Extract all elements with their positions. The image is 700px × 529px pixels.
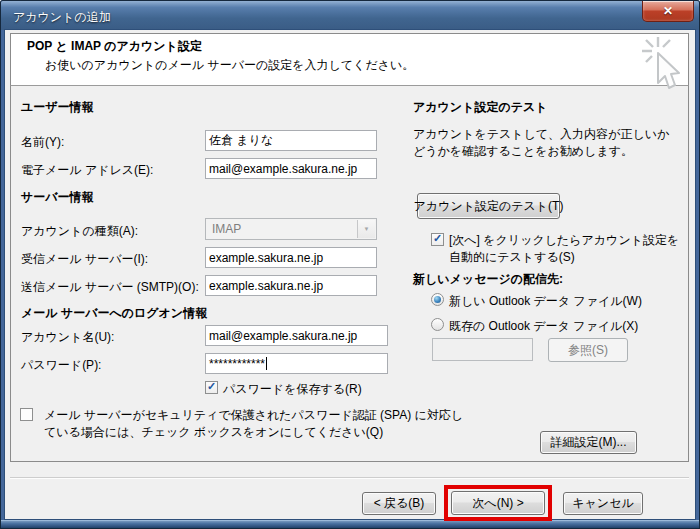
- incoming-server-value: example.sakura.ne.jp: [209, 251, 323, 265]
- add-account-dialog: アカウントの追加 ✕ POP と IMAP のアカウント設定 お使いのアカウント…: [0, 0, 700, 529]
- footer-separator: [10, 477, 689, 479]
- section-user-info: ユーザー情報: [21, 99, 94, 116]
- spa-label-line2: ている場合には、チェック ボックスをオンにしてください(Q): [44, 424, 383, 441]
- account-test-button[interactable]: アカウント設定のテスト(T): [417, 193, 560, 219]
- outgoing-server-value: example.sakura.ne.jp: [209, 279, 323, 293]
- account-name-value: mail@example.sakura.ne.jp: [209, 329, 357, 343]
- email-label: 電子メール アドレス(E):: [21, 162, 153, 179]
- password-input[interactable]: ************: [205, 353, 388, 374]
- advanced-settings-button-label: 詳細設定(M)...: [551, 434, 627, 451]
- section-delivery: 新しいメッセージの配信先:: [413, 271, 563, 288]
- browse-button: 参照(S): [548, 338, 628, 362]
- password-value: ************: [209, 357, 265, 371]
- new-data-file-label: 新しい Outlook データ ファイル(W): [449, 293, 642, 310]
- email-value: mail@example.sakura.ne.jp: [209, 162, 357, 176]
- existing-data-file-label: 既存の Outlook データ ファイル(X): [449, 318, 638, 335]
- auto-test-label-line2: 自動的にテストする(S): [449, 249, 575, 266]
- account-test-desc-line2: どうかを確認することをお勧めします。: [413, 143, 633, 160]
- auto-test-checkbox[interactable]: ✓: [431, 233, 444, 246]
- spa-label-line1: メール サーバーがセキュリティで保護されたパスワード認証 (SPA) に対応し: [44, 407, 463, 424]
- email-input[interactable]: mail@example.sakura.ne.jp: [205, 158, 377, 179]
- save-password-checkbox[interactable]: ✓: [205, 381, 218, 394]
- checkmark-icon: ✓: [207, 381, 216, 392]
- new-data-file-radio[interactable]: [431, 293, 444, 306]
- chevron-down-icon: ▼: [357, 220, 375, 238]
- spa-checkbox[interactable]: [20, 408, 33, 421]
- account-name-label: アカウント名(U):: [21, 329, 114, 346]
- incoming-server-input[interactable]: example.sakura.ne.jp: [205, 247, 377, 268]
- close-icon: ✕: [663, 5, 673, 17]
- account-type-value: IMAP: [212, 222, 241, 236]
- checkmark-icon: ✓: [433, 233, 442, 244]
- data-file-path-input: [432, 338, 533, 361]
- window-frame-bottom: [1, 520, 699, 528]
- incoming-server-label: 受信メール サーバー(I):: [21, 251, 148, 268]
- back-button-label: < 戻る(B): [374, 495, 425, 512]
- browse-button-label: 参照(S): [568, 342, 608, 359]
- password-label: パスワード(P):: [21, 357, 101, 374]
- next-button[interactable]: 次へ(N) >: [451, 491, 545, 515]
- outgoing-server-label: 送信メール サーバー (SMTP)(O):: [21, 279, 199, 296]
- cursor-click-icon: [639, 36, 691, 92]
- existing-data-file-radio[interactable]: [431, 318, 444, 331]
- back-button[interactable]: < 戻る(B): [362, 492, 436, 515]
- page-subtitle: お使いのアカウントのメール サーバーの設定を入力してください。: [45, 57, 414, 74]
- account-type-label: アカウントの種類(A):: [21, 223, 138, 240]
- section-logon-info: メール サーバーへのログオン情報: [21, 305, 207, 322]
- page-title: POP と IMAP のアカウント設定: [27, 38, 202, 55]
- close-button[interactable]: ✕: [642, 1, 694, 22]
- next-button-label: 次へ(N) >: [472, 495, 523, 512]
- window-title: アカウントの追加: [13, 9, 111, 26]
- name-label: 名前(Y):: [21, 134, 64, 151]
- text-caret: [266, 357, 267, 370]
- advanced-settings-button[interactable]: 詳細設定(M)...: [540, 431, 637, 454]
- auto-test-label-line1: [次へ] をクリックしたらアカウント設定を: [449, 232, 679, 249]
- section-account-test: アカウント設定のテスト: [413, 99, 548, 116]
- name-value: 佐倉 まりな: [209, 132, 273, 149]
- titlebar[interactable]: アカウントの追加: [1, 1, 699, 30]
- cancel-button[interactable]: キャンセル: [563, 492, 643, 515]
- account-type-select: IMAP ▼: [205, 218, 377, 240]
- name-input[interactable]: 佐倉 まりな: [205, 130, 377, 151]
- save-password-label: パスワードを保存する(R): [223, 381, 362, 398]
- account-name-input[interactable]: mail@example.sakura.ne.jp: [205, 325, 388, 346]
- account-test-button-label: アカウント設定のテスト(T): [414, 198, 564, 215]
- account-test-desc-line1: アカウントをテストして、入力内容が正しいか: [413, 126, 669, 143]
- cancel-button-label: キャンセル: [572, 495, 633, 512]
- outgoing-server-input[interactable]: example.sakura.ne.jp: [205, 275, 377, 296]
- section-server-info: サーバー情報: [21, 189, 94, 206]
